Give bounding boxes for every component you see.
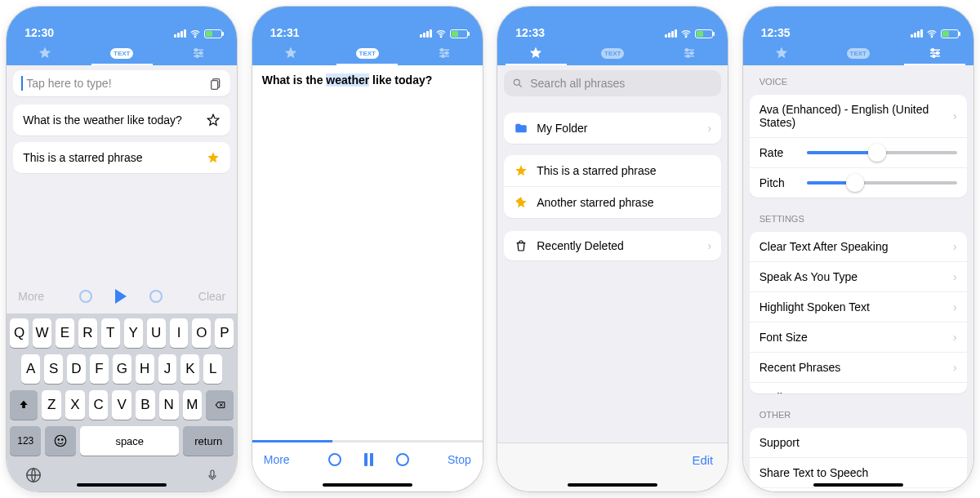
settings-row[interactable]: Audio Output› xyxy=(750,382,967,394)
settings-row[interactable]: Speak As You Type› xyxy=(750,261,967,291)
settings-row[interactable]: Recent Phrases› xyxy=(750,352,967,382)
edit-button[interactable]: Edit xyxy=(692,453,713,467)
key-Z[interactable]: Z xyxy=(42,390,61,420)
tab-favorites[interactable] xyxy=(252,41,329,65)
tab-text[interactable]: TEXT xyxy=(329,41,406,65)
skip-back-icon[interactable] xyxy=(328,453,341,466)
other-row[interactable]: Support xyxy=(750,428,967,457)
numbers-key[interactable]: 123 xyxy=(10,426,41,456)
key-F[interactable]: F xyxy=(90,354,109,384)
svg-point-14 xyxy=(442,55,444,57)
star-filled-icon[interactable] xyxy=(206,150,220,165)
key-H[interactable]: H xyxy=(136,354,154,384)
globe-icon[interactable] xyxy=(24,466,42,484)
svg-point-3 xyxy=(196,55,198,57)
key-Y[interactable]: Y xyxy=(124,318,143,348)
key-W[interactable]: W xyxy=(33,318,51,348)
emoji-key[interactable] xyxy=(45,426,76,456)
key-B[interactable]: B xyxy=(136,390,155,420)
stop-button[interactable]: Stop xyxy=(448,453,471,466)
key-E[interactable]: E xyxy=(56,318,74,348)
recently-deleted-row[interactable]: Recently Deleted › xyxy=(504,231,721,260)
settings-row[interactable]: Font Size› xyxy=(750,322,967,352)
starred-row[interactable]: This is a starred phrase xyxy=(504,155,721,186)
tab-favorites[interactable] xyxy=(7,41,83,65)
type-field[interactable] xyxy=(24,76,209,91)
key-V[interactable]: V xyxy=(112,390,131,420)
pitch-slider[interactable] xyxy=(807,181,957,185)
cell-signal-icon xyxy=(420,29,432,38)
home-indicator[interactable] xyxy=(813,483,903,487)
key-N[interactable]: N xyxy=(159,390,179,420)
key-J[interactable]: J xyxy=(158,354,177,384)
home-indicator[interactable] xyxy=(323,483,412,487)
tab-settings[interactable] xyxy=(406,41,483,65)
key-C[interactable]: C xyxy=(89,390,109,420)
clock: 12:33 xyxy=(515,26,545,39)
phrase-starred[interactable]: This is a starred phrase xyxy=(13,142,230,173)
tab-favorites[interactable] xyxy=(743,41,820,65)
starred-row[interactable]: Another starred phrase xyxy=(504,186,721,218)
skip-back-icon[interactable] xyxy=(79,290,92,303)
space-key[interactable]: space xyxy=(80,426,179,456)
key-P[interactable]: P xyxy=(215,318,234,348)
row-label: Another starred phrase xyxy=(537,196,653,209)
shift-key[interactable] xyxy=(10,390,38,420)
battery-icon xyxy=(695,29,713,38)
key-Q[interactable]: Q xyxy=(10,318,29,348)
home-indicator[interactable] xyxy=(568,483,657,487)
other-list: SupportShare Text to SpeechRate in the A… xyxy=(750,428,967,491)
text-cursor xyxy=(21,76,23,91)
key-O[interactable]: O xyxy=(192,318,211,348)
tab-settings[interactable] xyxy=(160,41,237,65)
skip-forward-icon[interactable] xyxy=(396,453,409,466)
search-bar[interactable] xyxy=(504,70,721,96)
key-G[interactable]: G xyxy=(113,354,131,384)
key-K[interactable]: K xyxy=(180,354,199,384)
folder-row[interactable]: My Folder › xyxy=(504,113,721,144)
playback-progress[interactable] xyxy=(252,440,483,442)
pause-button[interactable] xyxy=(364,453,373,466)
key-M[interactable]: M xyxy=(183,390,203,420)
settings-row[interactable]: Clear Text After Speaking› xyxy=(750,232,967,261)
key-S[interactable]: S xyxy=(44,354,63,384)
play-button[interactable] xyxy=(115,289,127,304)
key-U[interactable]: U xyxy=(147,318,166,348)
key-A[interactable]: A xyxy=(21,354,40,384)
tab-text[interactable]: TEXT xyxy=(83,41,160,65)
tab-text[interactable]: TEXT xyxy=(820,41,897,65)
section-other: Other xyxy=(760,410,957,420)
statusbar: 12:33 xyxy=(497,7,728,41)
sliders-icon xyxy=(928,46,942,60)
voice-row[interactable]: Ava (Enhanced) - English (United States)… xyxy=(750,95,967,137)
settings-row[interactable]: Highlight Spoken Text› xyxy=(750,291,967,322)
key-I[interactable]: I xyxy=(170,318,189,348)
mic-icon[interactable] xyxy=(206,466,219,484)
more-button[interactable]: More xyxy=(264,453,290,466)
rate-slider[interactable] xyxy=(807,151,957,154)
type-input[interactable] xyxy=(13,70,230,96)
rate-label: Rate xyxy=(760,146,792,159)
tab-favorites[interactable] xyxy=(497,41,574,65)
return-key[interactable]: return xyxy=(183,426,234,456)
key-D[interactable]: D xyxy=(67,354,86,384)
clipboard-icon[interactable] xyxy=(209,77,222,90)
phrase-suggestion[interactable]: What is the weather like today? xyxy=(13,104,230,136)
more-button[interactable]: More xyxy=(18,290,44,303)
key-X[interactable]: X xyxy=(65,390,85,420)
star-outline-icon[interactable] xyxy=(206,113,220,127)
clear-button[interactable]: Clear xyxy=(198,290,225,303)
tab-text[interactable]: TEXT xyxy=(574,41,651,65)
tab-settings[interactable] xyxy=(651,41,728,65)
key-L[interactable]: L xyxy=(203,354,222,384)
backspace-key[interactable] xyxy=(206,390,234,420)
home-indicator[interactable] xyxy=(77,483,167,487)
skip-forward-icon[interactable] xyxy=(149,290,163,303)
key-T[interactable]: T xyxy=(101,318,120,348)
screen-favorites: 12:33 TEXT My Folder › This is a starred xyxy=(497,7,728,491)
tab-settings[interactable] xyxy=(897,41,973,65)
editor[interactable]: What is the weather like today? xyxy=(252,65,483,440)
key-R[interactable]: R xyxy=(78,318,97,348)
other-row[interactable]: Rate in the App Store xyxy=(750,487,967,491)
search-input[interactable] xyxy=(528,76,713,91)
